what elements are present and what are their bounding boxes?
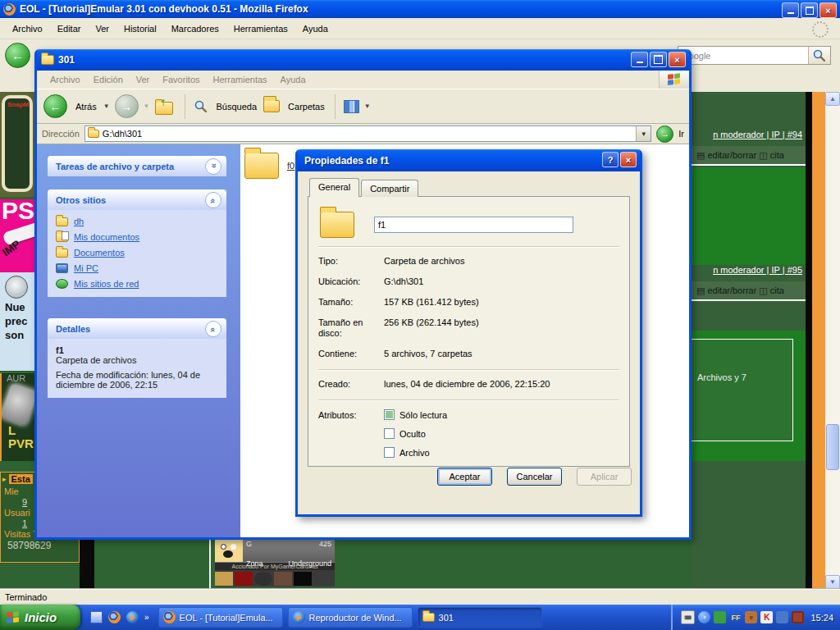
media-player-quicklaunch-icon[interactable] (126, 611, 139, 623)
taskbar-button-media-player[interactable]: Reproductor de Wind... (288, 607, 413, 628)
firefox-quicklaunch-icon[interactable] (108, 611, 121, 623)
explorer-titlebar[interactable]: 301 × (37, 49, 689, 71)
post-94-footer-links[interactable]: n moderador | IP | #94 (692, 130, 806, 139)
folders-button-label[interactable]: Carpetas (288, 102, 325, 112)
quote-link[interactable]: cita (770, 150, 784, 160)
keyboard-layout-icon[interactable]: ⌨ (681, 610, 695, 624)
up-one-level-button[interactable]: ↑ (155, 98, 176, 116)
start-button[interactable]: Inicio (0, 605, 80, 630)
firefox-menu-herramientas[interactable]: Herramientas (226, 21, 295, 36)
ad-banner-psp[interactable]: PS IMP (0, 199, 34, 272)
search-button-label[interactable]: Búsqueda (217, 102, 258, 112)
page-scrollbar[interactable]: ▲ ▼ (825, 92, 840, 589)
dialog-close-button[interactable]: × (620, 152, 637, 167)
explorer-menu-herramientas[interactable]: Herramientas (207, 72, 274, 87)
explorer-maximize-button[interactable] (650, 52, 667, 67)
go-button-label[interactable]: Ir (678, 129, 684, 139)
stats-header[interactable]: Esta (9, 474, 33, 484)
checkbox-solo-lectura[interactable] (384, 409, 395, 420)
messenger-tray-icon[interactable] (776, 611, 788, 623)
firefox-menu-marcadores[interactable]: Marcadores (164, 21, 226, 36)
address-dropdown-button[interactable]: ▼ (636, 126, 651, 141)
folder-tile-f0[interactable]: f0 (244, 153, 294, 179)
flashfxp-tray-icon[interactable]: FF (729, 611, 742, 623)
checkbox-oculto[interactable] (384, 428, 395, 439)
chevron-down-icon[interactable]: « (205, 158, 221, 175)
firefox-menu-ayuda[interactable]: Ayuda (295, 21, 336, 36)
search-icon[interactable] (194, 99, 208, 114)
cancelar-button[interactable]: Cancelar (507, 468, 562, 486)
place-link-mis-documentos[interactable]: Mis documentos (56, 232, 221, 242)
aplicar-button[interactable]: Aplicar (577, 468, 632, 486)
gamercard-widget[interactable]: G 425 Zona Underground Accionado Por MyG… (215, 537, 335, 587)
checkbox-label-oculto[interactable]: Oculto (399, 429, 426, 439)
views-dropdown-arrow[interactable]: ▼ (364, 103, 371, 110)
place-link-documentos[interactable]: Documentos (56, 248, 221, 258)
folders-button-icon[interactable] (263, 100, 280, 112)
edit-delete-link[interactable]: editar/borrar (707, 150, 756, 160)
back-button-label[interactable]: Atrás (75, 102, 97, 112)
firefox-close-button[interactable]: × (819, 2, 837, 18)
ad-banner-promo[interactable]: Nue prec son (0, 272, 34, 371)
scrollbar-thumb[interactable] (826, 424, 839, 470)
scrollbar-up-arrow[interactable]: ▲ (825, 92, 840, 106)
scrollbar-down-arrow[interactable]: ▼ (825, 575, 840, 589)
taskbar-clock[interactable]: 15:24 (810, 613, 833, 623)
firefox-search-box[interactable]: Google (678, 46, 831, 65)
edit-delete-link[interactable]: editar/borrar (707, 285, 756, 295)
explorer-menu-archivo[interactable]: Archivo (43, 72, 87, 87)
place-label[interactable]: Mis documentos (74, 232, 139, 242)
place-link-dh[interactable]: dh (56, 217, 221, 226)
views-button-icon[interactable] (344, 100, 359, 113)
explorer-menu-ver[interactable]: Ver (130, 72, 157, 87)
aceptar-button[interactable]: Aceptar (437, 468, 492, 486)
tray-device-icon[interactable] (714, 611, 726, 623)
explorer-menu-ayuda[interactable]: Ayuda (274, 72, 313, 87)
checkbox-archivo[interactable] (384, 447, 395, 458)
tab-compartir[interactable]: Compartir (361, 180, 418, 197)
firefox-restore-button[interactable] (801, 2, 818, 18)
place-link-mi-pc[interactable]: Mi PC (56, 263, 221, 273)
show-desktop-icon[interactable] (90, 611, 103, 623)
firefox-menu-archivo[interactable]: Archivo (5, 21, 50, 36)
folder-tile-label[interactable]: f0 (287, 161, 294, 171)
explorer-close-button[interactable]: × (669, 52, 686, 67)
search-input[interactable]: Google (678, 51, 808, 61)
firefox-back-button[interactable]: ← (5, 43, 30, 68)
back-dropdown-arrow[interactable]: ▼ (103, 103, 110, 110)
dialog-help-button[interactable]: ? (602, 152, 619, 167)
firefox-titlebar[interactable]: EOL - [Tutorial]Emular 3.01 con devhook … (0, 0, 840, 18)
taskbar-button-301[interactable]: 301 (418, 607, 542, 628)
folder-name-input[interactable] (374, 217, 573, 233)
details-pane-header[interactable]: Detalles « (48, 318, 226, 339)
forward-button[interactable]: → (115, 94, 139, 118)
gamercard-powered-by[interactable]: Accionado Por MyGamerCard.net (215, 562, 335, 570)
explorer-menu-edicion[interactable]: Edición (87, 72, 130, 87)
checkbox-label-solo-lectura[interactable]: Sólo lectura (399, 410, 447, 420)
file-tasks-pane-header[interactable]: Tareas de archivo y carpeta « (48, 156, 226, 176)
chevron-up-icon[interactable]: « (205, 321, 221, 337)
place-label[interactable]: dh (74, 217, 84, 226)
place-link-mis-sitios-de-red[interactable]: Mis sitios de red (56, 279, 221, 289)
ad-banner-pvr[interactable]: AUR L PVR (0, 373, 34, 461)
go-button[interactable]: → (656, 126, 673, 143)
search-go-button[interactable] (808, 47, 830, 64)
address-field[interactable]: G:\dh\301 ▼ (84, 126, 651, 142)
firefox-minimize-button[interactable] (782, 2, 799, 18)
chevron-up-icon[interactable]: « (205, 192, 221, 208)
explorer-menu-favoritos[interactable]: Favoritos (156, 72, 206, 87)
hide-tray-icons-button[interactable]: ‹ (698, 611, 710, 623)
place-label[interactable]: Mis sitios de red (74, 279, 139, 289)
quote-link[interactable]: cita (770, 285, 784, 295)
back-button[interactable]: ← (43, 94, 67, 118)
firefox-menu-ver[interactable]: Ver (88, 21, 116, 36)
checkbox-label-archivo[interactable]: Archivo (399, 448, 430, 458)
taskbar-button-firefox[interactable]: EOL - [Tutorial]Emula... (158, 607, 283, 628)
ad-banner-top[interactable]: SnapM (0, 92, 34, 197)
firefox-menu-editar[interactable]: Editar (50, 21, 89, 36)
other-places-pane-header[interactable]: Otros sitios « (48, 189, 226, 210)
emule-tray-icon[interactable]: e (745, 611, 757, 623)
kaspersky-tray-icon[interactable]: K (760, 611, 773, 623)
address-value[interactable]: G:\dh\301 (103, 129, 142, 139)
quick-launch-overflow-chevron[interactable]: » (144, 613, 149, 622)
